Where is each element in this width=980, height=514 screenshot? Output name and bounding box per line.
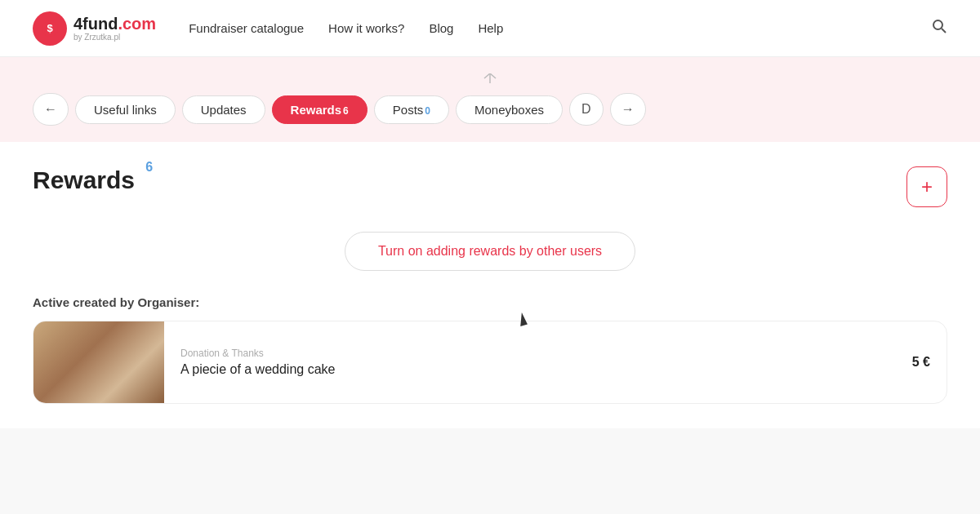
scroll-indicator — [33, 73, 947, 83]
logo-text: 4fund.com by Zrzutka.pl — [74, 15, 156, 42]
rewards-title-wrap: 6 Rewards — [33, 166, 135, 194]
search-icon[interactable] — [931, 18, 947, 38]
svg-line-3 — [942, 29, 946, 33]
svg-point-2 — [933, 20, 942, 29]
nav-how-it-works[interactable]: How it works? — [328, 21, 404, 35]
reward-card-tag: Donation & Thanks — [180, 348, 896, 359]
rewards-header: 6 Rewards + — [33, 142, 947, 224]
rewards-count: 6 — [145, 160, 153, 175]
logo-icon: $ — [33, 11, 67, 46]
reward-card-image-inner — [33, 321, 164, 403]
main-content: 6 Rewards + Turn on adding rewards by ot… — [0, 142, 980, 428]
tab-next-button[interactable]: → — [610, 93, 646, 126]
tab-posts[interactable]: Posts0 — [374, 95, 449, 124]
active-organiser-label: Active created by Organiser: — [33, 295, 947, 309]
turn-on-rewards-button[interactable]: Turn on adding rewards by other users — [345, 232, 635, 271]
tab-updates[interactable]: Updates — [182, 95, 265, 124]
nav-blog[interactable]: Blog — [429, 21, 453, 35]
svg-line-6 — [490, 73, 496, 78]
main-nav: Fundraiser catalogue How it works? Blog … — [189, 18, 947, 38]
reward-card-body: Donation & Thanks A piecie of a wedding … — [164, 338, 912, 387]
tab-bar-wrapper: ← Useful links Updates Rewards6 Posts0 M… — [0, 57, 980, 142]
tab-moneyboxes[interactable]: Moneyboxes — [456, 95, 563, 124]
logo-subtext: by Zrzutka.pl — [74, 33, 156, 42]
logo-name: 4fund.com — [74, 15, 156, 33]
add-reward-button[interactable]: + — [906, 166, 947, 207]
reward-card: Donation & Thanks A piecie of a wedding … — [33, 321, 947, 404]
nav-fundraiser-catalogue[interactable]: Fundraiser catalogue — [189, 21, 304, 35]
svg-line-5 — [484, 73, 490, 78]
tab-more[interactable]: D — [569, 93, 604, 126]
reward-card-title: A piecie of a wedding cake — [180, 362, 896, 377]
nav-help[interactable]: Help — [478, 21, 503, 35]
logo[interactable]: $ 4fund.com by Zrzutka.pl — [33, 11, 156, 46]
tab-bar: ← Useful links Updates Rewards6 Posts0 M… — [33, 93, 947, 126]
svg-text:$: $ — [47, 22, 53, 34]
tab-useful-links[interactable]: Useful links — [75, 95, 176, 124]
header: $ 4fund.com by Zrzutka.pl Fundraiser cat… — [0, 0, 980, 57]
tab-prev-button[interactable]: ← — [33, 93, 69, 126]
turn-on-wrapper: Turn on adding rewards by other users — [33, 232, 947, 271]
reward-card-image — [33, 321, 164, 403]
tab-rewards[interactable]: Rewards6 — [272, 95, 368, 124]
rewards-title: Rewards — [33, 166, 135, 194]
reward-card-price: 5 € — [912, 355, 947, 370]
